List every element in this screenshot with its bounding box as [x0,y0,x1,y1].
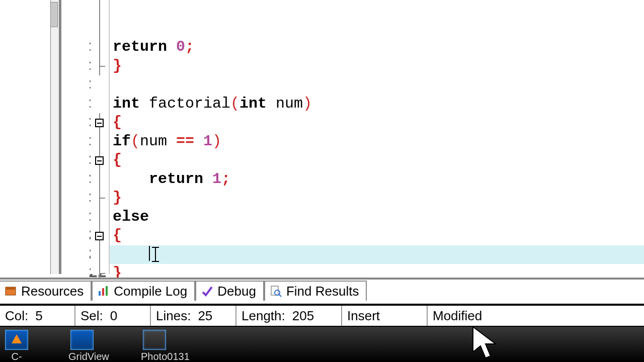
tab-label: Resources [21,284,84,299]
fold-cell [91,75,109,95]
fold-cell [91,132,109,151]
status-modified: Modified [433,308,482,323]
code-line[interactable]: return 1; [110,170,644,189]
code-line[interactable]: if(num == 1) [110,132,644,151]
left-panel-scrollbar[interactable] [0,0,59,274]
code-line[interactable] [110,19,644,38]
svg-rect-3 [102,288,104,296]
bottom-tab-bar: Resources Compile Log Debug Find Results [0,278,644,300]
fold-gutter[interactable] [91,0,110,274]
svg-rect-2 [99,291,101,296]
fold-cell [91,208,109,227]
svg-rect-1 [6,287,16,290]
code-line[interactable]: } [110,189,644,208]
status-sel-label: Sel: [80,308,103,323]
status-length-label: Length: [242,308,285,323]
find-results-icon [269,285,282,298]
status-lines-value: 25 [198,308,212,323]
status-length-value: 205 [292,308,314,323]
svg-line-7 [279,294,281,297]
fold-cell [91,245,109,264]
taskbar-label: GridView [68,351,96,362]
code-line[interactable]: int factorial(int num) [110,95,644,114]
code-line[interactable] [110,245,644,264]
status-sel-value: 0 [110,308,117,323]
status-col-value: 5 [35,308,42,323]
code-editor[interactable]: 8910111213141516171819202122 return 0;}i… [0,0,644,274]
compile-log-icon [97,285,110,298]
status-bar: Col:5 Sel:0 Lines:25 Length:205 Insert M… [0,304,644,326]
code-line[interactable]: return 0; [110,38,644,57]
taskbar-label: Photo0131 [141,351,168,362]
fold-toggle-icon[interactable] [95,119,104,127]
fold-cell [91,170,109,189]
code-line[interactable]: { [110,113,644,132]
taskbar-item[interactable]: GridView [68,330,96,362]
tab-label: Compile Log [114,284,187,299]
tab-label: Find Results [286,284,359,299]
resources-icon [4,285,17,298]
fold-cell[interactable] [91,226,109,245]
ibeam-cursor-icon [152,247,159,262]
fold-toggle-icon[interactable] [95,232,104,240]
tab-resources[interactable]: Resources [0,281,92,301]
cursor-pointer-icon [468,322,518,362]
debug-icon [200,285,213,298]
tab-find-results[interactable]: Find Results [264,281,367,301]
status-insert-mode: Insert [347,308,380,323]
windows-taskbar[interactable]: C-media GridView Photo0131 [0,326,644,362]
text-caret [149,246,150,261]
fold-cell [91,57,109,76]
fold-toggle-icon[interactable] [95,156,104,165]
code-line[interactable] [110,75,644,95]
taskbar-item[interactable]: C-media [3,330,30,362]
tab-debug[interactable]: Debug [195,281,264,301]
status-col-label: Col: [5,308,28,323]
fold-cell [91,19,109,38]
code-line[interactable] [110,0,644,19]
taskbar-item[interactable]: Photo0131 [141,330,168,362]
code-line[interactable]: } [110,57,644,76]
app-icon [70,330,94,350]
status-lines-label: Lines: [156,308,191,323]
tab-compile-log[interactable]: Compile Log [92,281,195,301]
taskbar-label: C-media [3,351,30,362]
fold-cell [91,189,109,208]
code-area[interactable]: return 0;}int factorial(int num){if(num … [110,0,644,274]
tab-label: Debug [217,284,256,299]
photo-icon [143,330,166,350]
fold-cell [91,0,109,19]
fold-cell[interactable] [91,151,109,170]
vlc-icon [5,330,28,350]
code-line[interactable]: else [110,208,644,227]
code-line[interactable]: { [110,151,644,170]
fold-cell [91,95,109,114]
fold-cell [91,38,109,57]
code-line[interactable]: { [110,226,644,245]
fold-cell[interactable] [91,113,109,132]
svg-rect-4 [106,286,108,296]
